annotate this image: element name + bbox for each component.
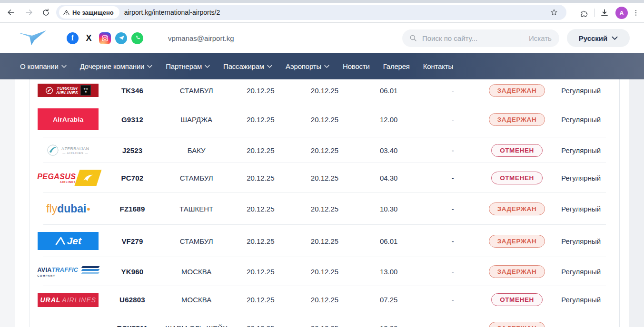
- nav-item-7[interactable]: Контакты: [423, 62, 453, 70]
- extensions-button[interactable]: [578, 7, 590, 19]
- status-badge: ОТМЕНЕН: [491, 172, 543, 184]
- page-content: TURKISHAIRLINES★★★ TK346 СТАМБУЛ 20.12.2…: [0, 79, 644, 327]
- airline-logo-airarabia: AirArabia: [38, 108, 99, 130]
- dash-cell: -: [421, 237, 485, 245]
- kebab-menu-icon: [632, 9, 640, 17]
- airline-logo-flydubai: flydubai•: [46, 202, 90, 215]
- downloads-button[interactable]: [598, 7, 611, 19]
- whatsapp-icon[interactable]: [131, 32, 143, 44]
- airport-logo[interactable]: [17, 29, 48, 48]
- facebook-icon[interactable]: f: [67, 32, 79, 44]
- nav-item-1[interactable]: Дочерние компании: [80, 62, 153, 70]
- table-row[interactable]: PEGASUSAIRLINES PC702 СТАМБУЛ 20.12.25 2…: [30, 163, 619, 192]
- destination: ШАРДЖА: [164, 115, 228, 124]
- dash-cell: -: [421, 87, 485, 95]
- search-input[interactable]: Поиск по сайту...: [422, 34, 521, 42]
- status-badge: ЗАДЕРЖАН: [489, 113, 545, 126]
- instagram-icon[interactable]: [99, 32, 111, 44]
- forward-button[interactable]: [23, 6, 35, 19]
- flight-type: —: [549, 324, 613, 327]
- date-scheduled: 20.12.25: [228, 324, 293, 327]
- profile-avatar[interactable]: A: [615, 7, 628, 19]
- chevron-down-icon: [612, 36, 618, 40]
- status-badge: ЗАДЕРЖАН: [489, 84, 545, 97]
- toolbar-divider: [594, 9, 594, 17]
- airline-logo-turkish: TURKISHAIRLINES★★★: [38, 84, 99, 97]
- table-row[interactable]: AirArabia G9312 ШАРДЖА 20.12.25 20.12.25…: [30, 101, 619, 137]
- telegram-icon[interactable]: [115, 32, 127, 44]
- language-selector[interactable]: Русский: [567, 29, 630, 47]
- contact-email[interactable]: vpmanas@airport.kg: [168, 34, 234, 42]
- airline-logo-cell: PEGASUSAIRLINES: [36, 170, 100, 186]
- search-icon: [409, 34, 417, 42]
- chevron-down-icon: [61, 65, 67, 68]
- nav-item-3[interactable]: Пассажирам: [223, 62, 272, 70]
- page-gutter-left: [0, 79, 15, 327]
- download-icon: [600, 8, 609, 18]
- nav-item-4[interactable]: Аэропорты: [286, 62, 329, 70]
- airline-logo-cell: AVIATRAFFICCOMPANY: [36, 266, 100, 277]
- nav-item-0[interactable]: О компании: [20, 62, 67, 70]
- time: 06.01: [357, 237, 421, 245]
- reload-button[interactable]: [40, 6, 52, 19]
- aviatraffic-stripes-icon: [82, 266, 99, 274]
- table-row[interactable]: AVIATRAFFICCOMPANY YK960 МОСКВА 20.12.25…: [30, 257, 619, 286]
- destination: СТАМБУЛ: [164, 87, 228, 95]
- nav-item-2[interactable]: Партнерам: [166, 62, 210, 70]
- menu-kebab-button[interactable]: [630, 7, 642, 19]
- dash-cell: -: [421, 268, 485, 276]
- flight-number: U62803: [100, 296, 165, 304]
- warning-triangle-icon: [63, 9, 70, 16]
- nav-item-label: Новости: [343, 62, 370, 70]
- nav-item-6[interactable]: Галерея: [383, 62, 410, 70]
- scrollbar-track[interactable]: [629, 79, 644, 327]
- table-row[interactable]: — RSX5511 ШАРМ-ЭЛЬ-ШЕЙХ 20.12.25 20.12.2…: [30, 313, 619, 327]
- date-scheduled: 20.12.25: [228, 237, 293, 245]
- forward-arrow-icon: [24, 8, 34, 17]
- nav-item-5[interactable]: Новости: [343, 62, 370, 70]
- status-cell: ОТМЕНЕН: [485, 172, 549, 184]
- tab-strip: [0, 0, 644, 3]
- table-row[interactable]: Jet VF279 СТАМБУЛ 20.12.25 20.12.25 06.0…: [30, 225, 619, 257]
- airline-logo-cell: —: [36, 324, 100, 327]
- chevron-down-icon: [147, 65, 152, 68]
- date-actual: 20.12.25: [293, 205, 357, 213]
- nav-item-label: Галерея: [383, 62, 410, 70]
- table-row[interactable]: AZERBAIJAN— AIRLINES — J2523 БАКУ 20.12.…: [30, 137, 619, 163]
- flight-number: FZ1689: [100, 205, 165, 213]
- status-cell: ЗАДЕРЖАН: [485, 235, 549, 248]
- destination: ТАШКЕНТ: [164, 205, 228, 213]
- social-links: f X: [67, 32, 143, 44]
- date-actual: 20.12.25: [293, 146, 357, 154]
- security-chip[interactable]: Не защищено: [59, 6, 119, 19]
- flight-type: Регулярный: [549, 87, 613, 95]
- back-button[interactable]: [5, 6, 17, 19]
- airline-logo-cell: AZERBAIJAN— AIRLINES —: [36, 144, 100, 156]
- bookmark-star-button[interactable]: [548, 6, 560, 19]
- search-button[interactable]: Искать: [521, 34, 559, 42]
- airline-logo-cell: URALAIRLINES: [36, 293, 100, 307]
- status-cell: ЗАДЕРЖАН: [485, 113, 549, 126]
- flights-table: TURKISHAIRLINES★★★ TK346 СТАМБУЛ 20.12.2…: [30, 79, 620, 327]
- status-cell: ЗАДЕРЖАН: [485, 202, 549, 215]
- flight-number: G9312: [100, 115, 165, 124]
- address-bar[interactable]: Не защищено airport.kg/international-air…: [56, 5, 566, 20]
- flight-number: YK960: [100, 268, 165, 276]
- flight-number: VF279: [100, 237, 165, 245]
- table-row[interactable]: TURKISHAIRLINES★★★ TK346 СТАМБУЛ 20.12.2…: [30, 79, 619, 101]
- dash-cell: -: [421, 324, 485, 327]
- avatar-letter: A: [619, 10, 624, 17]
- time: 07.25: [357, 296, 421, 304]
- table-row[interactable]: flydubai• FZ1689 ТАШКЕНТ 20.12.25 20.12.…: [30, 192, 619, 225]
- site-search[interactable]: Поиск по сайту... Искать: [402, 29, 559, 47]
- airline-logo-pegasus: PEGASUSAIRLINES: [37, 170, 99, 186]
- status-cell: ЗАДЕРЖАН: [485, 265, 549, 278]
- url-text[interactable]: airport.kg/international-airports/2: [124, 9, 220, 16]
- azerbaijan-emblem-icon: [47, 144, 59, 156]
- flight-number: TK346: [100, 87, 165, 95]
- flight-type: Регулярный: [549, 115, 613, 124]
- x-twitter-icon[interactable]: X: [83, 32, 95, 44]
- destination: МОСКВА: [164, 296, 228, 304]
- time: 10.30: [357, 205, 421, 213]
- table-row[interactable]: URALAIRLINES U62803 МОСКВА 20.12.25 20.1…: [30, 286, 619, 313]
